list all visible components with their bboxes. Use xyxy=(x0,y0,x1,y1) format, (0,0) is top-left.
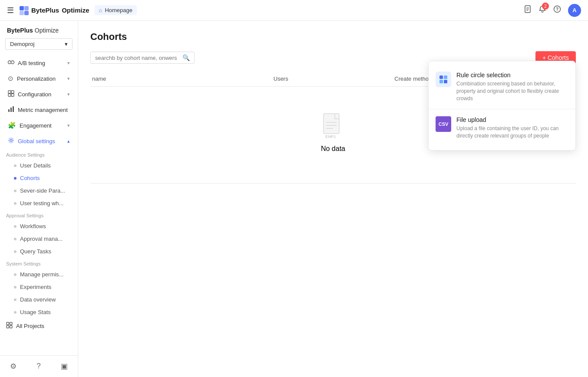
sidebar-item-approval-mana[interactable]: Approval mana... xyxy=(2,233,76,245)
search-input[interactable] xyxy=(95,55,180,61)
sidebar-item-user-details-label: User Details xyxy=(20,162,51,169)
sidebar-item-ab-testing[interactable]: A/B testing ▾ xyxy=(2,56,76,70)
personalization-arrow: ▾ xyxy=(67,76,70,82)
sidebar-item-metric-management[interactable]: Metric management xyxy=(2,102,76,117)
all-projects[interactable]: All Projects xyxy=(0,318,78,333)
svg-rect-32 xyxy=(444,80,447,83)
svg-point-19 xyxy=(10,139,12,141)
svg-rect-13 xyxy=(11,91,14,93)
svg-point-10 xyxy=(8,61,11,64)
svg-rect-18 xyxy=(13,106,14,112)
manage-permis-dot xyxy=(14,273,17,276)
svg-rect-14 xyxy=(8,94,11,96)
popup-divider xyxy=(429,109,575,109)
global-settings-icon xyxy=(8,137,14,145)
user-avatar[interactable]: A xyxy=(568,4,581,17)
usage-stats-dot xyxy=(14,311,17,314)
chevron-down-icon: ▾ xyxy=(65,41,68,47)
hamburger-menu-icon[interactable]: ☰ xyxy=(7,6,14,15)
data-overview-dot xyxy=(14,298,17,301)
svg-rect-1 xyxy=(24,6,29,10)
sidebar-item-workflows-label: Workflows xyxy=(20,223,46,229)
file-upload-title: File upload xyxy=(456,116,568,123)
svg-text:?: ? xyxy=(556,7,558,12)
ab-testing-arrow: ▾ xyxy=(67,60,70,66)
sidebar-item-usage-stats[interactable]: Usage Stats xyxy=(2,306,76,318)
sidebar-item-manage-permis[interactable]: Manage permis... xyxy=(2,269,76,280)
configuration-icon xyxy=(8,90,14,98)
cohorts-dot xyxy=(14,177,17,180)
sidebar-item-user-details[interactable]: User Details xyxy=(2,160,76,171)
configuration-arrow: ▾ xyxy=(67,92,70,97)
popup-item-file-upload[interactable]: CSV File upload Upload a file containing… xyxy=(429,111,575,145)
popup-item-rule-circle[interactable]: Rule circle selection Combination screen… xyxy=(429,66,575,107)
search-box[interactable]: 🔍 xyxy=(90,52,195,64)
sidebar-item-global-settings[interactable]: Global settings ▴ xyxy=(2,134,76,148)
topbar-right: 2 ? A xyxy=(524,4,581,17)
sidebar-item-personalization-label: Personalization xyxy=(17,75,56,82)
svg-rect-3 xyxy=(24,11,29,15)
document-icon[interactable] xyxy=(524,5,532,15)
sidebar-item-user-testing[interactable]: User testing wh... xyxy=(2,197,76,209)
help-icon[interactable]: ? xyxy=(553,5,561,15)
user-details-dot xyxy=(14,164,17,167)
server-side-para-dot xyxy=(14,190,17,192)
homepage-breadcrumb[interactable]: ⌂ Homepage xyxy=(95,5,137,15)
col-header-name: name xyxy=(90,75,274,82)
sidebar-item-query-tasks[interactable]: Query Tasks xyxy=(2,246,76,257)
no-data-icon: EMP1 xyxy=(322,113,344,141)
rule-circle-title: Rule circle selection xyxy=(456,72,568,79)
svg-text:EMP1: EMP1 xyxy=(325,134,336,139)
sidebar-item-cohorts[interactable]: Cohorts xyxy=(2,172,76,184)
metric-management-icon xyxy=(8,106,14,114)
col-header-users: Users xyxy=(274,75,395,82)
settings-bottom-icon[interactable]: ⚙ xyxy=(8,360,18,373)
sidebar-item-data-overview-label: Data overview xyxy=(20,296,56,303)
sidebar-item-personalization[interactable]: ⊙ Personalization ▾ xyxy=(2,71,76,86)
help-bottom-icon[interactable]: ? xyxy=(35,360,42,373)
file-upload-icon: CSV xyxy=(436,116,451,132)
byteplus-logo-icon xyxy=(19,6,29,15)
logo-sub: Optimize xyxy=(62,7,89,14)
svg-rect-15 xyxy=(11,94,14,96)
sidebar-item-configuration[interactable]: Configuration ▾ xyxy=(2,87,76,102)
svg-rect-29 xyxy=(439,75,443,79)
logo-text: BytePlus xyxy=(31,7,59,14)
ab-testing-icon xyxy=(8,59,14,67)
svg-rect-22 xyxy=(7,326,9,328)
project-selector[interactable]: Demoproj ▾ xyxy=(5,38,73,50)
sidebar-item-workflows[interactable]: Workflows xyxy=(2,220,76,232)
system-settings-header: System Settings xyxy=(0,258,78,268)
experiments-dot xyxy=(14,286,17,288)
approval-mana-dot xyxy=(14,238,17,240)
sidebar-item-server-side-para-label: Sever-side Para... xyxy=(20,187,65,194)
audience-settings-header: Audience Settings xyxy=(0,149,78,159)
logo: BytePlus Optimize xyxy=(19,6,89,15)
table-bottom-divider xyxy=(90,183,576,184)
search-icon: 🔍 xyxy=(182,54,190,61)
rule-circle-description: Combination screening based on behavior,… xyxy=(456,80,568,102)
sidebar-item-experiments[interactable]: Experiments xyxy=(2,281,76,293)
personalization-icon: ⊙ xyxy=(8,75,13,82)
grid-bottom-icon[interactable]: ▣ xyxy=(59,360,69,373)
sidebar-bottom: ⚙ ? ▣ xyxy=(0,355,78,377)
svg-point-11 xyxy=(11,61,14,64)
svg-rect-16 xyxy=(8,109,10,112)
sidebar-item-engagement[interactable]: 🧩 Engagement ▾ xyxy=(2,118,76,133)
svg-rect-12 xyxy=(8,91,11,93)
project-name: Demoproj xyxy=(10,41,34,47)
svg-rect-17 xyxy=(10,108,12,112)
engagement-arrow: ▾ xyxy=(67,123,70,128)
notification-icon[interactable]: 2 xyxy=(538,5,546,15)
sidebar-item-data-overview[interactable]: Data overview xyxy=(2,294,76,305)
svg-rect-23 xyxy=(10,326,13,328)
all-projects-icon xyxy=(6,322,13,330)
sidebar-item-usage-stats-label: Usage Stats xyxy=(20,309,51,315)
sidebar-item-experiments-label: Experiments xyxy=(20,284,51,290)
workflows-dot xyxy=(14,225,17,228)
user-testing-dot xyxy=(14,202,17,205)
sidebar-item-server-side-para[interactable]: Sever-side Para... xyxy=(2,185,76,197)
svg-rect-30 xyxy=(444,75,447,79)
rule-circle-text: Rule circle selection Combination screen… xyxy=(456,72,568,102)
sidebar-item-global-settings-label: Global settings xyxy=(18,138,55,144)
